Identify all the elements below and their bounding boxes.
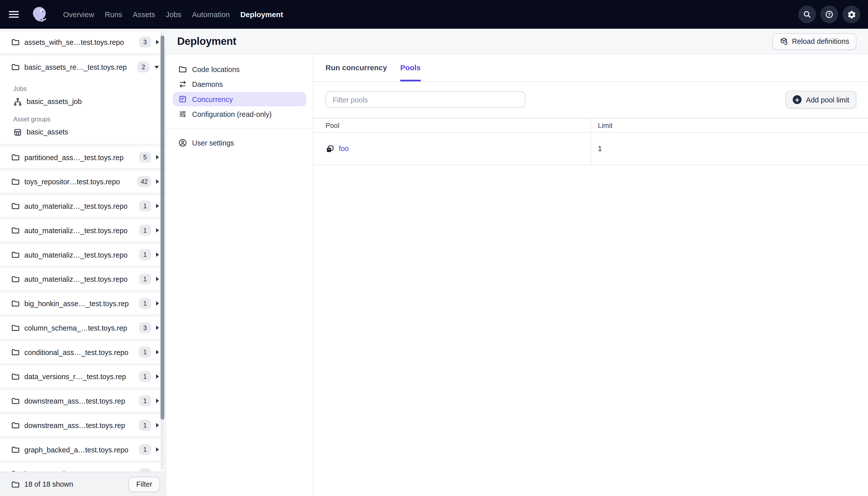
deployment-nav-configuration[interactable]: Configuration (read-only) <box>173 107 306 121</box>
job-list-item[interactable]: basic_assets_job <box>0 94 165 109</box>
expand-chevron-icon[interactable] <box>156 399 159 403</box>
code-location-name: auto_materializ…_test.toys.repo <box>25 250 139 259</box>
deployment-nav-label: Daemons <box>192 80 223 88</box>
expand-chevron-icon[interactable] <box>156 326 159 330</box>
expand-chevron-icon[interactable] <box>156 228 159 233</box>
expand-chevron-icon[interactable] <box>156 277 159 281</box>
code-location-row[interactable]: auto_materializ…_test.toys.repo 1 <box>0 195 165 218</box>
code-location-name: big_honkin_asse…_test.toys.rep <box>25 299 139 308</box>
reload-definitions-button[interactable]: Reload definitions <box>772 33 856 50</box>
code-location-row[interactable]: auto_materializ…_test.toys.repo 1 <box>0 243 165 266</box>
pool-link-foo[interactable]: foo <box>339 144 349 153</box>
nav-link-automation[interactable]: Automation <box>192 10 230 19</box>
code-location-name: graph_backed_a…test.toys.repo <box>25 445 139 454</box>
main-nav: Overview Runs Assets Jobs Automation Dep… <box>63 10 283 19</box>
dagster-app: Overview Runs Assets Jobs Automation Dep… <box>0 0 868 496</box>
page-title: Deployment <box>177 35 236 47</box>
pool-column-header: Pool <box>313 119 591 133</box>
asset-group-name: basic_assets <box>27 128 68 136</box>
job-icon <box>13 97 22 106</box>
folder-icon <box>11 38 20 47</box>
asset-group-list-item[interactable]: basic_assets <box>0 125 165 139</box>
page-header: Deployment Reload definitions <box>166 29 868 54</box>
deployment-nav-daemons[interactable]: Daemons <box>173 77 306 91</box>
expand-chevron-icon[interactable] <box>156 301 159 306</box>
collapse-chevron-icon[interactable] <box>155 66 159 68</box>
expand-chevron-icon[interactable] <box>156 350 159 355</box>
scrollbar-thumb[interactable] <box>161 35 164 420</box>
expand-chevron-icon[interactable] <box>156 40 159 44</box>
asset-count-badge: 2 <box>137 61 149 73</box>
tab-pools[interactable]: Pools <box>400 55 421 81</box>
expand-chevron-icon[interactable] <box>156 423 159 428</box>
code-location-row[interactable]: auto_materializ…_test.toys.repo 1 <box>0 219 165 242</box>
folder-icon <box>11 275 20 283</box>
code-location-name: long_asset_keys…test.toys.rep <box>25 470 139 472</box>
code-location-row[interactable]: conditional_ass…_test.toys.repo 1 <box>0 340 165 363</box>
expand-chevron-icon[interactable] <box>156 447 159 452</box>
tab-run-concurrency[interactable]: Run concurrency <box>326 55 387 81</box>
nav-link-runs[interactable]: Runs <box>105 10 122 19</box>
top-navbar: Overview Runs Assets Jobs Automation Dep… <box>0 0 868 29</box>
expand-chevron-icon[interactable] <box>156 155 159 160</box>
code-location-name: auto_materializ…_test.toys.repo <box>25 202 139 210</box>
asset-count-badge: 1 <box>139 200 151 212</box>
code-location-group-expanded: basic_assets_re…_test.toys.rep 2 Jobs ba… <box>0 55 165 144</box>
concurrency-tabs: Run concurrency Pools <box>313 55 868 82</box>
code-location-row[interactable]: partitioned_ass…_test.toys.rep 5 <box>0 145 165 169</box>
code-location-name: downstream_ass…test.toys.rep <box>25 397 139 405</box>
code-location-row[interactable]: toys_repositor…test.toys.repo 42 <box>0 170 165 193</box>
deployment-nav-label: Configuration (read-only) <box>192 110 272 118</box>
code-location-row[interactable]: downstream_ass…test.toys.rep 1 <box>0 414 165 437</box>
code-location-row[interactable]: auto_materializ…_test.toys.repo 1 <box>0 267 165 291</box>
pools-toolbar: + Add pool limit <box>313 82 868 116</box>
add-pool-limit-button[interactable]: + Add pool limit <box>786 91 856 109</box>
search-button[interactable] <box>798 5 816 23</box>
folder-icon <box>11 153 20 161</box>
asset-groups-section-label: Asset groups <box>0 116 165 122</box>
expand-chevron-icon[interactable] <box>156 374 159 379</box>
folder-icon <box>11 396 20 405</box>
nav-link-assets[interactable]: Assets <box>133 10 155 19</box>
deployment-nav-concurrency[interactable]: Concurrency <box>173 92 306 106</box>
reload-definitions-label: Reload definitions <box>792 37 849 45</box>
help-button[interactable] <box>820 5 838 23</box>
code-location-row[interactable]: big_honkin_asse…_test.toys.rep 1 <box>0 292 165 315</box>
help-icon <box>825 10 834 19</box>
nav-link-deployment[interactable]: Deployment <box>240 10 283 19</box>
expand-chevron-icon[interactable] <box>156 252 159 257</box>
code-location-list: assets_with_se…test.toys.repo 3 basic_as… <box>0 29 165 471</box>
code-location-row[interactable]: basic_assets_re…_test.toys.rep 2 <box>0 56 165 79</box>
menu-icon[interactable] <box>9 6 25 22</box>
code-location-name: downstream_ass…test.toys.rep <box>25 421 139 429</box>
code-location-row[interactable]: data_versions_r…_test.toys.rep 1 <box>0 365 165 388</box>
expand-chevron-icon[interactable] <box>156 179 159 184</box>
code-location-name: toys_repositor…test.toys.repo <box>25 177 138 186</box>
dagster-logo-icon[interactable] <box>30 5 49 24</box>
add-pool-limit-label: Add pool limit <box>806 95 849 104</box>
code-location-row[interactable]: assets_with_se…test.toys.repo 3 <box>0 30 165 53</box>
reload-definitions-icon <box>779 37 788 46</box>
folder-icon <box>178 65 187 74</box>
limit-column-header: Limit <box>591 122 868 129</box>
nav-link-overview[interactable]: Overview <box>63 10 94 19</box>
asset-count-badge: 3 <box>139 322 151 334</box>
search-icon <box>803 10 811 19</box>
concurrency-icon <box>178 95 187 104</box>
nav-link-jobs[interactable]: Jobs <box>165 10 182 19</box>
deployment-nav-code-locations[interactable]: Code locations <box>173 62 306 76</box>
nav-actions <box>798 5 860 23</box>
code-location-row[interactable]: column_schema_…test.toys.rep 3 <box>0 316 165 339</box>
filter-pools-input[interactable] <box>326 91 525 108</box>
expand-chevron-icon[interactable] <box>156 204 159 208</box>
deployment-nav-label: Concurrency <box>192 95 233 103</box>
code-location-row[interactable]: graph_backed_a…test.toys.repo 1 <box>0 438 165 461</box>
code-location-row[interactable]: long_asset_keys…test.toys.rep 1 <box>0 462 165 471</box>
asset-count-badge: 1 <box>139 444 151 455</box>
folder-icon <box>11 469 20 472</box>
code-location-name: partitioned_ass…_test.toys.rep <box>25 153 139 161</box>
code-location-row[interactable]: downstream_ass…test.toys.rep 1 <box>0 389 165 413</box>
filter-button[interactable]: Filter <box>128 476 160 492</box>
deployment-nav-user-settings[interactable]: User settings <box>173 136 306 150</box>
settings-button[interactable] <box>842 5 860 23</box>
